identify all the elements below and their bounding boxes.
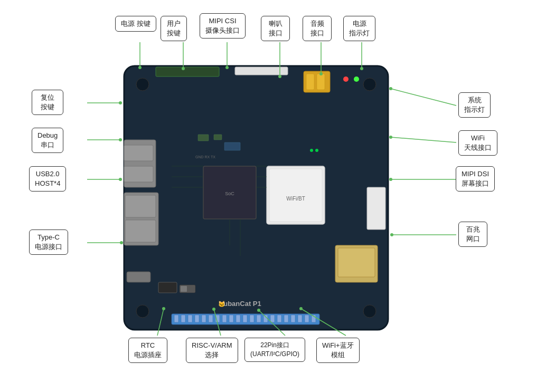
svg-point-21: [343, 77, 349, 82]
label-speaker: 喇叭接口: [261, 16, 290, 41]
label-power-button: 电源 按键: [115, 16, 156, 32]
svg-rect-38: [236, 315, 240, 322]
svg-point-4: [136, 305, 149, 318]
label-power-led: 电源指示灯: [343, 16, 375, 41]
label-type-c: Type-C电源接口: [29, 230, 68, 255]
svg-rect-17: [235, 67, 288, 75]
svg-rect-36: [222, 315, 227, 322]
rtc-text: RTC电源插座: [134, 341, 162, 359]
usb-host-text: USB2.0HOST*4: [35, 170, 60, 187]
svg-point-66: [315, 149, 318, 152]
label-sys-led: 系统指示灯: [458, 92, 491, 118]
label-rtc: RTC电源插座: [128, 338, 167, 363]
type-c-text: Type-C电源接口: [35, 233, 62, 251]
svg-point-3: [363, 78, 376, 91]
svg-text:🐱: 🐱: [218, 300, 225, 308]
power-led-text: 电源指示灯: [349, 20, 370, 37]
label-user-button: 用户按键: [161, 16, 187, 41]
label-usb-host: USB2.0HOST*4: [29, 166, 66, 192]
svg-point-22: [354, 77, 359, 82]
svg-rect-41: [257, 315, 261, 322]
svg-rect-47: [298, 315, 302, 322]
svg-rect-11: [125, 220, 156, 242]
label-debug-uart: Debug串口: [32, 128, 63, 153]
svg-rect-53: [224, 142, 240, 150]
mipi-dsi-text: MIPI DSI屏幕接口: [462, 170, 489, 187]
svg-rect-32: [195, 315, 199, 322]
svg-rect-10: [125, 195, 156, 217]
svg-rect-14: [338, 248, 375, 277]
svg-rect-50: [158, 282, 177, 293]
svg-line-89: [391, 89, 456, 106]
label-mipi-dsi: MIPI DSI屏幕接口: [456, 166, 495, 192]
svg-rect-45: [284, 315, 288, 322]
label-audio: 音频接口: [303, 16, 332, 41]
debug-uart-text: Debug串口: [37, 131, 58, 149]
svg-rect-44: [277, 315, 281, 322]
svg-rect-34: [209, 315, 213, 322]
svg-rect-43: [270, 315, 275, 322]
svg-rect-12: [127, 272, 150, 282]
speaker-text: 喇叭接口: [269, 20, 283, 37]
diagram-container: WiFi/BT SoC: [0, 0, 546, 392]
label-risc-arm: RISC-V/ARM选择: [186, 338, 238, 363]
svg-rect-31: [188, 315, 192, 322]
svg-rect-51: [198, 135, 209, 141]
svg-rect-49: [312, 315, 316, 322]
svg-rect-68: [181, 286, 187, 292]
label-reset-button: 复位按键: [32, 90, 63, 115]
svg-rect-35: [215, 315, 220, 322]
svg-rect-33: [202, 315, 206, 322]
svg-text:GND RX TX: GND RX TX: [195, 155, 215, 159]
label-mipi-csi: MIPI CSI摄像头接口: [200, 13, 246, 39]
svg-rect-24: [269, 169, 322, 222]
svg-rect-46: [291, 315, 295, 322]
label-gpio-22pin: 22Pin接口(UART/I²C/GPIO): [244, 338, 305, 362]
board-area: WiFi/BT SoC: [119, 61, 393, 335]
mipi-csi-text: MIPI CSI摄像头接口: [205, 17, 240, 34]
svg-text:SoC: SoC: [225, 191, 234, 196]
svg-point-65: [310, 149, 313, 152]
svg-rect-40: [250, 315, 254, 322]
user-button-text: 用户按键: [167, 20, 181, 37]
label-wifi-antenna: WiFi天线接口: [458, 130, 497, 156]
svg-rect-52: [214, 135, 222, 140]
svg-point-5: [363, 305, 376, 318]
svg-rect-19: [306, 74, 314, 90]
svg-rect-48: [305, 315, 309, 322]
svg-rect-20: [317, 74, 325, 90]
risc-arm-text: RISC-V/ARM选择: [192, 341, 232, 359]
svg-rect-16: [156, 67, 219, 77]
svg-rect-7: [124, 145, 153, 161]
wifi-bt-text: WiFi+蓝牙模组: [322, 341, 354, 359]
wifi-antenna-text: WiFi天线接口: [464, 134, 492, 151]
svg-text:LubanCat P1: LubanCat P1: [219, 300, 261, 308]
power-button-text: 电源 按键: [121, 20, 150, 27]
svg-rect-39: [243, 315, 247, 322]
svg-rect-15: [367, 187, 385, 230]
svg-rect-42: [263, 315, 268, 322]
sys-led-text: 系统指示灯: [464, 96, 485, 113]
svg-rect-37: [229, 315, 233, 322]
label-wifi-bt: WiFi+蓝牙模组: [316, 338, 360, 363]
audio-text: 音频接口: [310, 20, 324, 37]
svg-rect-8: [124, 166, 153, 182]
reset-button-text: 复位按键: [41, 93, 54, 111]
svg-rect-29: [174, 315, 178, 322]
ethernet-text: 百兆网口: [466, 225, 480, 243]
label-ethernet: 百兆网口: [458, 222, 487, 247]
gpio-22pin-text: 22Pin接口(UART/I²C/GPIO): [250, 341, 299, 358]
svg-line-91: [391, 137, 456, 142]
svg-rect-30: [181, 315, 185, 322]
svg-point-2: [136, 78, 149, 91]
svg-text:WiFi/BT: WiFi/BT: [286, 196, 305, 202]
